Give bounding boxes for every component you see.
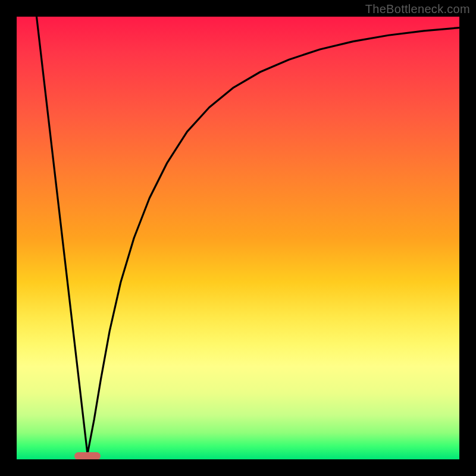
watermark-text: TheBottleneck.com [365, 2, 470, 16]
chart-frame: TheBottleneck.com [0, 0, 476, 476]
optimal-marker [74, 452, 101, 459]
bottleneck-curve [36, 17, 459, 454]
plot-area [17, 17, 459, 459]
chart-svg [17, 17, 459, 459]
